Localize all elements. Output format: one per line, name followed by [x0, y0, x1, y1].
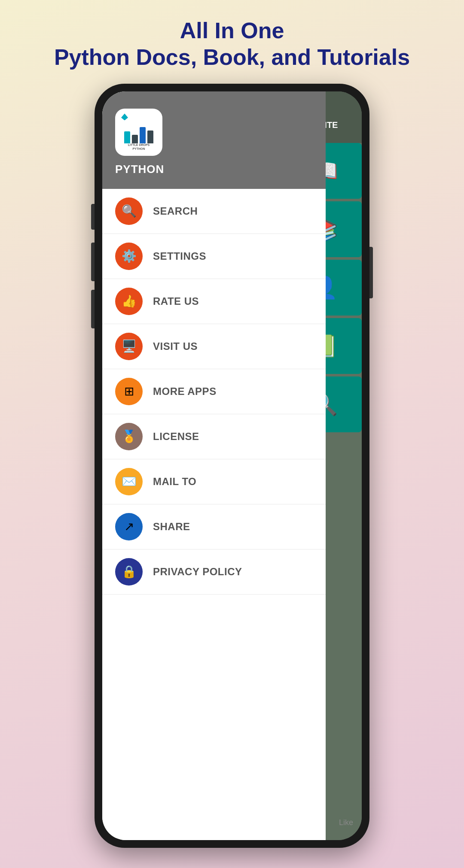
drawer-item-mail_to[interactable]: ✉️MAIL TO: [102, 459, 326, 504]
phone-screen: ♥ VOURITE 📖 📚 👤 📗: [102, 91, 362, 840]
more_apps-icon: ⊞: [115, 378, 143, 405]
privacy_policy-icon: 🔒: [115, 558, 143, 586]
more_apps-label: MORE APPS: [153, 385, 217, 398]
drawer-item-search[interactable]: 🔍SEARCH: [102, 189, 326, 234]
logo-inner: LITTLE DROPSPYTHON: [116, 110, 162, 154]
header: All In One Python Docs, Book, and Tutori…: [54, 17, 410, 71]
settings-icon: ⚙️: [115, 243, 143, 270]
volume-up-button: [91, 204, 95, 230]
drawer-item-share[interactable]: ↗SHARE: [102, 504, 326, 549]
drawer-header: LITTLE DROPSPYTHON PYTHON: [102, 91, 326, 189]
app-logo: LITTLE DROPSPYTHON: [115, 109, 162, 156]
settings-label: SETTINGS: [153, 250, 206, 262]
license-icon: 🏅: [115, 423, 143, 450]
search-icon: 🔍: [115, 197, 143, 225]
logo-text: LITTLE DROPSPYTHON: [128, 143, 150, 151]
privacy_policy-label: PRIVACY POLICY: [153, 566, 242, 578]
share-label: SHARE: [153, 521, 190, 533]
drawer-item-more_apps[interactable]: ⊞MORE APPS: [102, 369, 326, 414]
rate_us-icon: 👍: [115, 288, 143, 315]
silent-button: [91, 290, 95, 328]
header-title-line1: All In One: [54, 17, 410, 44]
rate_us-label: RATE US: [153, 295, 199, 307]
drawer-item-license[interactable]: 🏅LICENSE: [102, 414, 326, 459]
header-title-line2: Python Docs, Book, and Tutorials: [54, 44, 410, 70]
drawer-app-name: PYTHON: [115, 163, 164, 176]
visit_us-icon: 🖥️: [115, 333, 143, 360]
search-label: SEARCH: [153, 205, 198, 217]
drawer-item-privacy_policy[interactable]: 🔒PRIVACY POLICY: [102, 549, 326, 595]
mail_to-icon: ✉️: [115, 468, 143, 495]
phone-mockup: ♥ VOURITE 📖 📚 👤 📗: [95, 84, 369, 848]
like-label: Like: [339, 818, 353, 827]
mail_to-label: MAIL TO: [153, 476, 196, 488]
drawer-item-visit_us[interactable]: 🖥️VISIT US: [102, 324, 326, 369]
volume-down-button: [91, 243, 95, 281]
screen-content: ♥ VOURITE 📖 📚 👤 📗: [102, 91, 362, 840]
visit_us-label: VISIT US: [153, 340, 198, 352]
power-button: [369, 247, 373, 298]
drawer-menu-list: 🔍SEARCH⚙️SETTINGS👍RATE US🖥️VISIT US⊞MORE…: [102, 189, 326, 840]
license-label: LICENSE: [153, 431, 199, 443]
share-icon: ↗: [115, 513, 143, 540]
drawer-item-settings[interactable]: ⚙️SETTINGS: [102, 234, 326, 279]
drawer-item-rate_us[interactable]: 👍RATE US: [102, 279, 326, 324]
navigation-drawer: LITTLE DROPSPYTHON PYTHON 🔍SEARCH⚙️SETTI…: [102, 91, 326, 840]
